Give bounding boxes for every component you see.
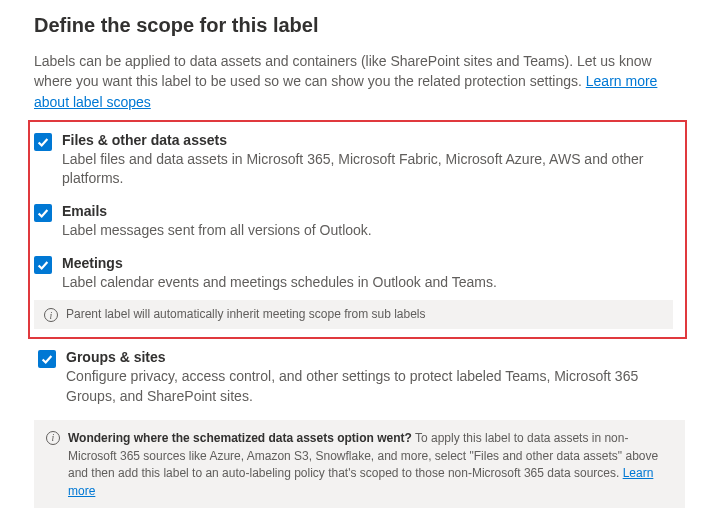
option-meetings-desc: Label calendar events and meetings sched… (62, 273, 677, 293)
option-emails-desc: Label messages sent from all versions of… (62, 221, 677, 241)
option-meetings: Meetings Label calendar events and meeti… (30, 255, 677, 293)
option-emails-label: Emails (62, 203, 677, 219)
option-files-desc: Label files and data assets in Microsoft… (62, 150, 677, 189)
checkbox-groups[interactable] (38, 350, 56, 368)
intro-body: Labels can be applied to data assets and… (34, 53, 652, 89)
info-icon: i (46, 431, 60, 445)
meetings-inherit-note: i Parent label will automatically inheri… (34, 300, 673, 329)
check-icon (36, 206, 50, 220)
check-icon (36, 135, 50, 149)
option-groups: Groups & sites Configure privacy, access… (34, 349, 685, 406)
option-meetings-label: Meetings (62, 255, 677, 271)
info-icon: i (44, 308, 58, 322)
page-title: Define the scope for this label (34, 14, 685, 37)
checkbox-meetings[interactable] (34, 256, 52, 274)
option-groups-label: Groups & sites (66, 349, 685, 365)
option-emails: Emails Label messages sent from all vers… (30, 203, 677, 241)
check-icon (40, 352, 54, 366)
schematized-note-heading: Wondering where the schematized data ass… (68, 431, 412, 445)
check-icon (36, 258, 50, 272)
checkbox-emails[interactable] (34, 204, 52, 222)
meetings-inherit-text: Parent label will automatically inherit … (66, 307, 663, 321)
option-groups-desc: Configure privacy, access control, and o… (66, 367, 685, 406)
option-files: Files & other data assets Label files an… (30, 132, 677, 189)
option-files-label: Files & other data assets (62, 132, 677, 148)
checkbox-files[interactable] (34, 133, 52, 151)
highlighted-options-group: Files & other data assets Label files an… (28, 120, 687, 339)
schematized-note: i Wondering where the schematized data a… (34, 420, 685, 508)
intro-text: Labels can be applied to data assets and… (34, 51, 685, 112)
